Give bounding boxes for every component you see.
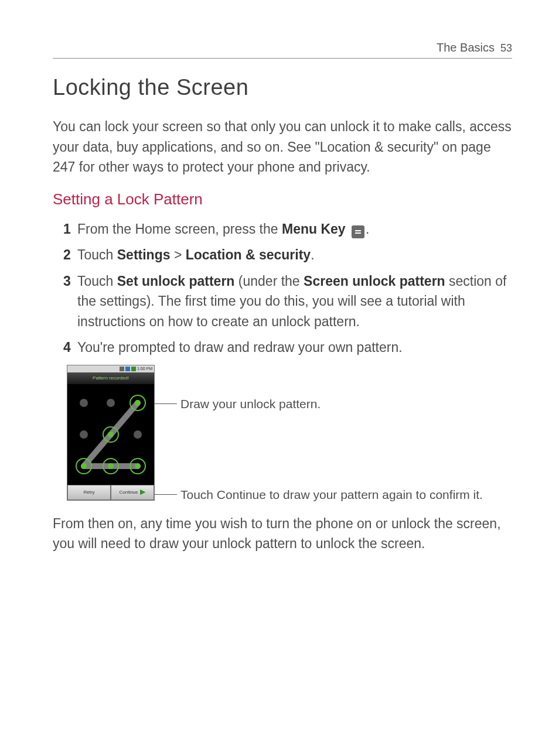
outro-paragraph: From then on, any time you wish to turn … [53,514,512,554]
step-text: You're prompted to draw and redraw your … [77,337,512,358]
step-1: 1 From the Home screen, press the Menu K… [63,219,512,240]
figure-with-callouts: 1:00 PM Pattern recorded! [67,365,512,501]
phone-mockup: 1:00 PM Pattern recorded! [67,365,155,501]
text-fragment: Touch [77,247,117,262]
step-number: 2 [63,245,73,265]
manual-page: The Basics 53 Locking the Screen You can… [0,0,559,602]
svg-point-6 [80,430,88,439]
callout-column: Draw your unlock pattern. Touch Continue… [155,365,512,501]
svg-point-8 [108,432,114,437]
section-subheading: Setting a Lock Pattern [53,190,512,208]
section-name: The Basics [437,41,495,54]
text-fragment: > [171,247,186,262]
page-title: Locking the Screen [53,75,512,100]
continue-label: Continue [119,490,138,495]
bold-text: Settings [117,247,171,262]
text-fragment: Touch [77,273,117,289]
continue-arrow-icon [140,490,146,495]
svg-point-13 [108,463,114,469]
svg-point-11 [81,463,87,469]
retry-button: Retry [67,485,111,500]
leader-line [155,403,177,404]
step-2: 2 Touch Settings > Location & security. [63,245,512,265]
bold-text: Screen unlock pattern [304,273,445,289]
callout-text: Draw your unlock pattern. [180,397,321,411]
bold-text: Location & security [186,247,311,262]
step-number: 1 [63,219,73,240]
step-number: 3 [63,271,73,332]
battery-icon [131,367,136,371]
svg-point-5 [135,400,141,406]
step-number: 4 [63,337,73,358]
step-4: 4 You're prompted to draw and redraw you… [63,337,512,358]
callout-draw-pattern: Draw your unlock pattern. [155,397,321,411]
bold-text: Menu Key [282,221,346,237]
svg-point-3 [107,399,115,407]
callout-touch-continue: Touch Continue to draw your pattern agai… [155,488,483,502]
phone-status-bar: 1:00 PM [67,365,154,372]
phone-screen-title: Pattern recorded! [67,372,154,384]
svg-point-2 [80,399,88,407]
text-fragment: . [366,221,369,237]
svg-rect-1 [355,232,361,234]
step-3: 3 Touch Set unlock pattern (under the Sc… [63,271,512,332]
text-fragment: From the Home screen, press the [77,221,282,237]
phone-button-row: Retry Continue [67,485,154,500]
steps-list: 1 From the Home screen, press the Menu K… [63,219,512,358]
leader-line [155,494,177,495]
status-time: 1:00 PM [137,367,152,371]
running-header: The Basics 53 [53,41,512,59]
step-text: Touch Settings > Location & security. [77,245,512,265]
intro-paragraph: You can lock your screen so that only yo… [53,117,512,177]
bold-text: Set unlock pattern [117,273,235,289]
text-fragment: (under the [234,273,304,289]
callout-text: Touch Continue to draw your pattern agai… [180,488,483,502]
page-number: 53 [500,42,512,54]
svg-rect-0 [355,230,361,231]
text-fragment: . [311,247,314,262]
status-icon [120,367,124,371]
menu-key-icon [352,225,364,238]
continue-button: Continue [111,485,154,500]
step-text: From the Home screen, press the Menu Key… [77,219,512,240]
svg-point-15 [135,463,141,469]
signal-icon [125,367,130,371]
svg-point-9 [134,430,142,439]
pattern-grid [67,384,154,485]
step-text: Touch Set unlock pattern (under the Scre… [77,271,512,332]
